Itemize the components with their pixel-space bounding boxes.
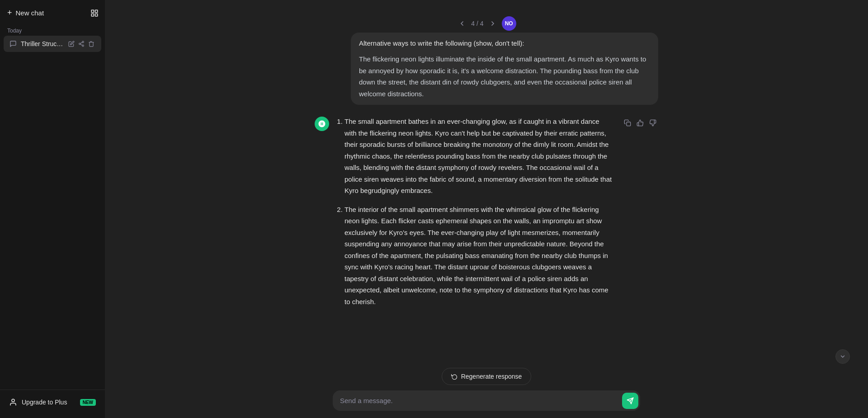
- user-avatar: NO: [502, 16, 516, 31]
- thumbs-up-icon: [637, 119, 644, 127]
- delete-chat-button[interactable]: [87, 39, 96, 48]
- share-chat-button[interactable]: [77, 39, 86, 48]
- upgrade-label: Upgrade to Plus: [22, 399, 67, 406]
- regenerate-label: Regenerate response: [461, 373, 522, 380]
- chat-item-actions: [67, 39, 96, 48]
- svg-rect-3: [95, 14, 98, 16]
- user-icon: [9, 398, 17, 406]
- assistant-text: The small apartment bathes in an ever-ch…: [335, 116, 612, 307]
- message-input-container: [333, 390, 640, 411]
- chat-area: 4 / 4 NO Alternative ways to: [105, 0, 868, 368]
- trash-icon: [88, 41, 94, 47]
- chevron-right-icon: [489, 20, 496, 27]
- main-content: 4 / 4 NO Alternative ways to: [105, 0, 868, 418]
- message-input[interactable]: [340, 392, 618, 409]
- today-section-label: Today: [0, 24, 105, 36]
- new-chat-label: New chat: [16, 9, 44, 17]
- assistant-list-item-1: The small apartment bathes in an ever-ch…: [344, 116, 612, 197]
- layout-icon: [90, 9, 99, 17]
- bottom-area: Regenerate response: [105, 368, 868, 418]
- edit-icon: [68, 41, 75, 47]
- new-chat-row: + New chat: [0, 4, 105, 22]
- upgrade-button[interactable]: Upgrade to Plus NEW: [4, 394, 101, 411]
- user-context-text: The flickering neon lights illuminate th…: [359, 53, 650, 99]
- new-chat-button[interactable]: + New chat: [4, 5, 88, 20]
- chevron-left-icon: [458, 20, 466, 27]
- svg-rect-2: [91, 14, 94, 16]
- assistant-avatar: [315, 117, 329, 131]
- send-icon: [627, 397, 634, 404]
- svg-rect-0: [91, 10, 94, 12]
- message-nav-counter: 4 / 4: [471, 20, 483, 27]
- prev-message-button[interactable]: [457, 18, 467, 29]
- copy-button[interactable]: [622, 117, 633, 128]
- thumbs-up-button[interactable]: [635, 117, 646, 128]
- thumbs-down-icon: [649, 119, 656, 127]
- scroll-bottom-button[interactable]: [835, 349, 850, 364]
- svg-line-7: [80, 44, 82, 45]
- next-message-button[interactable]: [487, 18, 498, 29]
- assistant-list-item-2: The interior of the small apartment shim…: [344, 204, 612, 308]
- svg-rect-10: [627, 122, 631, 126]
- refresh-icon: [451, 373, 458, 380]
- thumbs-down-button[interactable]: [647, 117, 658, 128]
- user-message-bubble: Alternative ways to write the following …: [351, 33, 658, 105]
- edit-chat-button[interactable]: [67, 39, 76, 48]
- sidebar-bottom: Upgrade to Plus NEW: [0, 390, 105, 414]
- share-icon: [78, 41, 85, 47]
- svg-point-9: [12, 399, 14, 402]
- plus-icon: +: [7, 8, 12, 18]
- layout-toggle-button[interactable]: [88, 6, 101, 20]
- sidebar-item-chat-1[interactable]: Thriller Structure & L: [4, 36, 101, 52]
- user-message-text: Alternative ways to write the following …: [359, 38, 650, 49]
- assistant-message-content: The small apartment bathes in an ever-ch…: [335, 116, 612, 315]
- sidebar: + New chat Today Thriller Structure & L: [0, 0, 105, 418]
- message-action-buttons: [622, 116, 658, 128]
- chat-icon: [9, 40, 17, 47]
- send-button[interactable]: [622, 393, 638, 409]
- copy-icon: [624, 119, 631, 127]
- message-nav-row: 4 / 4 NO: [315, 9, 658, 33]
- regenerate-button[interactable]: Regenerate response: [442, 368, 532, 385]
- svg-line-8: [80, 42, 82, 43]
- chevron-down-icon: [840, 353, 846, 360]
- new-badge: NEW: [80, 399, 96, 406]
- chat-item-label: Thriller Structure & L: [21, 40, 63, 47]
- svg-rect-1: [95, 10, 98, 12]
- claude-logo: [318, 120, 326, 128]
